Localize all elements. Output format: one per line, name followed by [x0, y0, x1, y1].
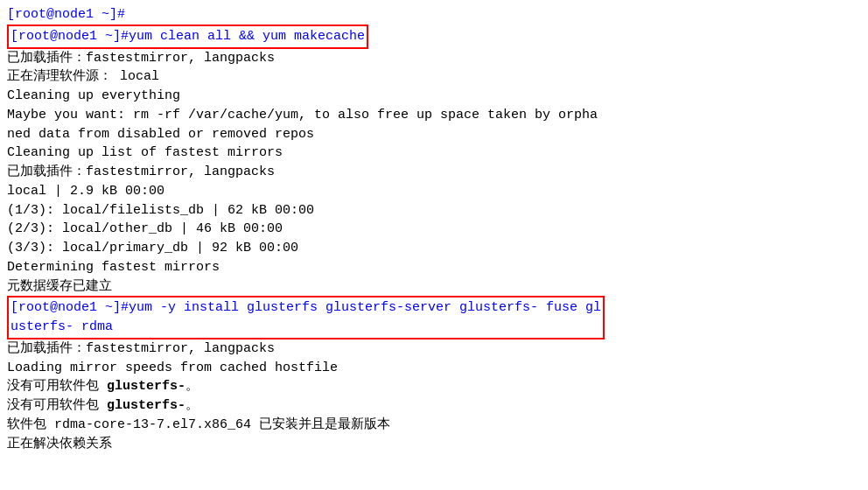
output-text: 已加载插件：fastestmirror, langpacks [7, 51, 275, 66]
line-7: ned data from disabled or removed repos [7, 125, 861, 144]
output-text: 元数据缓存已建立 [7, 279, 112, 294]
output-bold: glusterfs- [107, 379, 186, 394]
command-highlight-2: [root@node1 ~]#yum -y install glusterfs … [7, 296, 605, 340]
line-3: 已加载插件：fastestmirror, langpacks [7, 49, 861, 68]
line-17: 已加载插件：fastestmirror, langpacks [7, 340, 861, 359]
line-14: Determining fastest mirrors [7, 258, 861, 277]
output-text: 正在清理软件源： local [7, 69, 159, 84]
prompt-text: [root@node1 ~]# [7, 7, 125, 22]
line-11: (1/3): local/filelists_db | 62 kB 00:00 [7, 201, 861, 220]
line-12: (2/3): local/other_db | 46 kB 00:00 [7, 220, 861, 239]
cmd-2-line1: yum -y install glusterfs glusterfs-serve… [129, 300, 601, 315]
cmd-1: yum clean all && yum makecache [129, 29, 365, 44]
line-16: [root@node1 ~]#yum -y install glusterfs … [7, 296, 861, 340]
output-text: Loading mirror speeds from cached hostfi… [7, 360, 338, 375]
output-text: 软件包 rdma-core-13-7.el7.x86_64 已安装并且是最新版本 [7, 417, 390, 432]
line-1: [root@node1 ~]# [7, 5, 861, 24]
line-10: local | 2.9 kB 00:00 [7, 182, 861, 201]
output-text: 已加载插件：fastestmirror, langpacks [7, 341, 275, 356]
line-22: 正在解决依赖关系 [7, 435, 861, 454]
output-bold: glusterfs- [107, 398, 186, 413]
terminal-window: [root@node1 ~]# [root@node1 ~]#yum clean… [0, 0, 868, 490]
output-text: 正在解决依赖关系 [7, 437, 112, 452]
output-text: Maybe you want: rm -rf /var/cache/yum, t… [7, 108, 598, 122]
output-text: Cleaning up everything [7, 88, 180, 103]
output-text: Determining fastest mirrors [7, 260, 220, 275]
line-20: 没有可用软件包 glusterfs-。 [7, 396, 861, 416]
output-text: (3/3): local/primary_db | 92 kB 00:00 [7, 241, 298, 256]
output-prefix: 没有可用软件包 [7, 398, 107, 413]
cmd-2-line2: usterfs- rdma [10, 319, 113, 334]
prompt-2: [root@node1 ~]# [10, 29, 129, 44]
line-18: Loading mirror speeds from cached hostfi… [7, 359, 861, 378]
output-text: 已加载插件：fastestmirror, langpacks [7, 164, 275, 179]
output-text: (2/3): local/other_db | 46 kB 00:00 [7, 221, 283, 236]
output-text: local | 2.9 kB 00:00 [7, 184, 164, 199]
line-8: Cleaning up list of fastest mirrors [7, 144, 861, 163]
output-text: ned data from disabled or removed repos [7, 127, 314, 142]
line-9: 已加载插件：fastestmirror, langpacks [7, 163, 861, 182]
line-5: Cleaning up everything [7, 87, 861, 106]
output-suffix: 。 [186, 398, 199, 413]
line-2: [root@node1 ~]#yum clean all && yum make… [7, 24, 861, 49]
line-13: (3/3): local/primary_db | 92 kB 00:00 [7, 239, 861, 258]
line-21: 软件包 rdma-core-13-7.el7.x86_64 已安装并且是最新版本 [7, 416, 861, 435]
output-suffix: 。 [186, 379, 199, 394]
line-19: 没有可用软件包 glusterfs-。 [7, 377, 861, 396]
output-text: Cleaning up list of fastest mirrors [7, 145, 283, 160]
line-6: Maybe you want: rm -rf /var/cache/yum, t… [7, 106, 861, 125]
line-4: 正在清理软件源： local [7, 67, 861, 87]
command-highlight-1: [root@node1 ~]#yum clean all && yum make… [7, 24, 368, 49]
line-15: 元数据缓存已建立 [7, 277, 861, 297]
output-text: (1/3): local/filelists_db | 62 kB 00:00 [7, 203, 314, 218]
output-prefix: 没有可用软件包 [7, 379, 107, 394]
prompt-3: [root@node1 ~]# [10, 300, 129, 315]
